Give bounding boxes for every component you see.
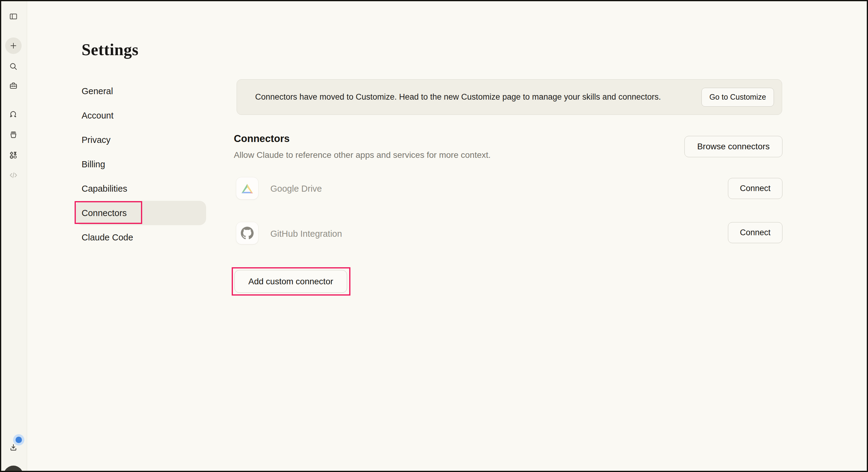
- connector-name: GitHub Integration: [270, 229, 342, 239]
- app-window: Settings General Account Privacy Billing…: [0, 0, 868, 472]
- section-description: Allow Claude to reference other apps and…: [234, 150, 491, 160]
- google-drive-icon: [241, 183, 254, 194]
- user-avatar[interactable]: [4, 466, 23, 472]
- add-custom-connector-button[interactable]: Add custom connector: [235, 270, 347, 293]
- settings-nav: General Account Privacy Billing Capabili…: [75, 79, 206, 249]
- chats-button[interactable]: [5, 107, 22, 123]
- plus-icon: [9, 41, 18, 50]
- search-button[interactable]: [5, 58, 22, 75]
- github-icon: [241, 227, 254, 239]
- connect-google-drive-button[interactable]: Connect: [728, 178, 782, 199]
- sidebar-toggle-icon: [9, 12, 18, 21]
- download-icon: [8, 443, 18, 452]
- moved-banner: Connectors have moved to Customize. Head…: [237, 79, 782, 115]
- connect-github-button[interactable]: Connect: [728, 222, 782, 243]
- nav-item-claude-code[interactable]: Claude Code: [75, 225, 206, 249]
- go-to-customize-button[interactable]: Go to Customize: [702, 88, 774, 107]
- search-icon: [9, 62, 18, 71]
- page-title: Settings: [82, 40, 138, 59]
- customize-button[interactable]: [5, 147, 22, 163]
- nav-item-capabilities[interactable]: Capabilities: [75, 176, 206, 201]
- nav-item-connectors[interactable]: Connectors: [75, 201, 206, 225]
- new-chat-button[interactable]: [5, 37, 22, 54]
- nav-item-privacy[interactable]: Privacy: [75, 128, 206, 152]
- artifacts-icon: [9, 130, 18, 139]
- claude-code-button[interactable]: [5, 167, 22, 183]
- github-tile: [236, 222, 258, 244]
- google-drive-tile: [236, 177, 258, 200]
- artifacts-button[interactable]: [5, 126, 22, 143]
- nav-item-general[interactable]: General: [75, 79, 206, 103]
- briefcase-icon: [9, 81, 18, 90]
- nav-item-billing[interactable]: Billing: [75, 152, 206, 176]
- download-button[interactable]: [5, 439, 22, 456]
- nav-item-account[interactable]: Account: [75, 103, 206, 128]
- projects-button[interactable]: [5, 78, 22, 94]
- sidebar: [1, 1, 27, 471]
- browse-connectors-button[interactable]: Browse connectors: [684, 136, 782, 157]
- chat-bubbles-icon: [9, 110, 18, 119]
- code-icon: [9, 171, 18, 180]
- shapes-icon: [9, 150, 18, 160]
- banner-message: Connectors have moved to Customize. Head…: [255, 92, 702, 102]
- connector-name: Google Drive: [270, 184, 322, 194]
- sidebar-toggle-button[interactable]: [5, 8, 22, 25]
- section-title: Connectors: [234, 133, 289, 144]
